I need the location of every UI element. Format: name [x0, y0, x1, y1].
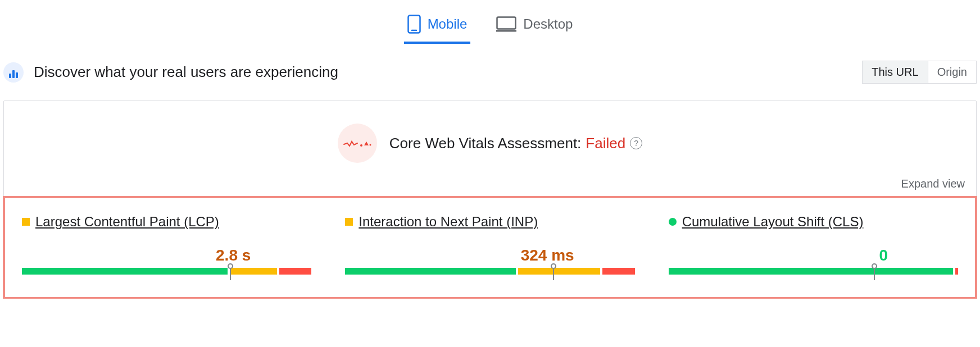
cls-name[interactable]: Cumulative Layout Shift (CLS) — [682, 214, 864, 230]
cls-value: 0 — [669, 246, 958, 264]
svg-marker-5 — [364, 141, 369, 145]
scope-this-url[interactable]: This URL — [863, 61, 928, 83]
vitals-failed-icon — [338, 124, 377, 163]
device-tabs: Mobile Desktop — [0, 0, 980, 44]
tab-desktop[interactable]: Desktop — [493, 7, 576, 44]
inp-name[interactable]: Interaction to Next Paint (INP) — [359, 214, 538, 230]
metric-lcp: Largest Contentful Paint (LCP) 2.8 s — [22, 214, 311, 275]
cls-status-icon — [669, 218, 677, 226]
expand-view-link[interactable]: Expand view — [901, 177, 965, 190]
lcp-status-icon — [22, 218, 30, 226]
inp-status-icon — [345, 218, 353, 226]
chart-icon — [3, 62, 24, 83]
scope-toggle: This URL Origin — [862, 61, 977, 84]
metrics-row: Largest Contentful Paint (LCP) 2.8 s Int… — [3, 196, 977, 299]
assessment-label: Core Web Vitals Assessment: — [389, 135, 582, 152]
cls-gauge — [669, 268, 958, 275]
lcp-value: 2.8 s — [22, 246, 311, 264]
assessment-text: Core Web Vitals Assessment: Failed ? — [389, 135, 642, 152]
svg-rect-2 — [497, 17, 516, 29]
metric-cls: Cumulative Layout Shift (CLS) 0 — [669, 214, 958, 275]
assessment-row: Core Web Vitals Assessment: Failed ? — [4, 124, 976, 163]
scope-origin[interactable]: Origin — [928, 61, 976, 83]
tab-mobile-label: Mobile — [428, 16, 468, 32]
lcp-gauge — [22, 268, 311, 275]
svg-point-4 — [360, 144, 362, 147]
help-icon[interactable]: ? — [630, 137, 642, 149]
mobile-icon — [407, 15, 421, 34]
assessment-status: Failed — [586, 135, 625, 152]
section-header: Discover what your real users are experi… — [0, 44, 980, 101]
tab-desktop-label: Desktop — [523, 16, 573, 32]
lcp-name[interactable]: Largest Contentful Paint (LCP) — [35, 214, 219, 230]
section-title: Discover what your real users are experi… — [34, 63, 338, 81]
inp-gauge — [345, 268, 634, 275]
tab-mobile[interactable]: Mobile — [404, 7, 471, 44]
desktop-icon — [496, 16, 516, 32]
metric-inp: Interaction to Next Paint (INP) 324 ms — [345, 214, 634, 275]
svg-point-6 — [369, 144, 371, 146]
inp-value: 324 ms — [345, 246, 634, 264]
vitals-card: Core Web Vitals Assessment: Failed ? Exp… — [3, 101, 977, 299]
